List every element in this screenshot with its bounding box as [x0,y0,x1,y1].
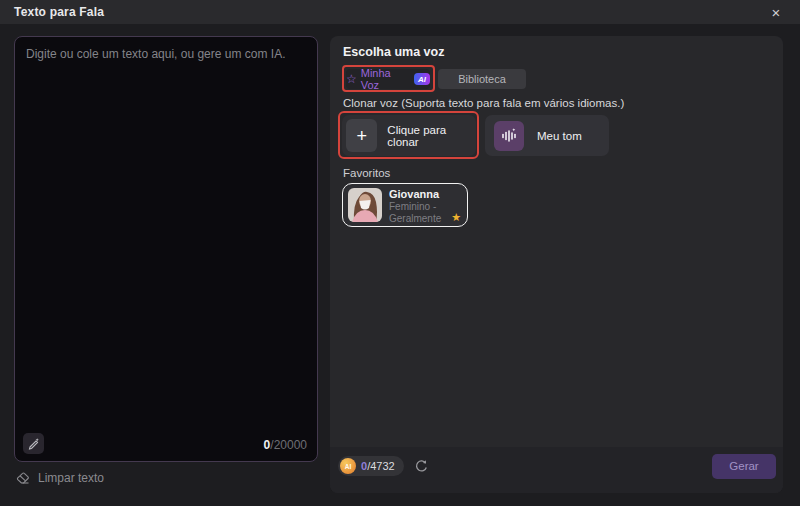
credits-total: /4732 [367,460,395,472]
my-tone-label: Meu tom [537,130,582,142]
choose-voice-heading: Escolha uma voz [343,45,444,59]
clone-voice-hint: Clonar voz (Suporta texto para fala em v… [343,97,624,109]
click-to-clone-label: Clique para clonar [387,124,476,148]
text-to-speech-dialog: Texto para Fala × Digite ou cole um text… [0,0,800,506]
voice-selection-panel: Escolha uma voz ☆ Minha Voz AI Bibliotec… [330,36,783,493]
clear-text-button[interactable]: Limpar texto [16,471,104,485]
generate-button[interactable]: Gerar [712,454,776,479]
plus-icon: + [346,119,377,152]
eraser-icon [16,472,31,485]
voice-avatar [348,188,382,222]
voice-gender: Feminino - [389,201,436,212]
character-count: 0/20000 [264,438,307,452]
ai-pen-icon [27,437,40,450]
credits-text: 0/4732 [361,460,395,472]
waveform-icon [494,121,524,151]
refresh-credits-button[interactable] [413,457,431,475]
voice-description: Feminino - Geralmente [389,201,441,224]
ai-coin-icon: AI [340,458,356,474]
tab-library[interactable]: Biblioteca [438,69,526,89]
tab-my-voice[interactable]: ☆ Minha Voz AI [346,69,430,89]
favorite-voice-card[interactable]: Giovanna Feminino - Geralmente ★ [342,183,468,227]
clone-buttons-row: + Clique para clonar [342,115,609,156]
clear-text-label: Limpar texto [38,471,104,485]
ai-badge: AI [414,73,430,85]
voice-style: Geralmente [389,213,441,224]
text-input-area[interactable]: Digite ou cole um texto aqui, ou gere um… [14,36,318,462]
my-tone-button[interactable]: Meu tom [485,115,609,156]
star-outline-icon: ☆ [346,73,357,85]
text-input-placeholder: Digite ou cole um texto aqui, ou gere um… [26,46,306,62]
voice-tabs: ☆ Minha Voz AI Biblioteca [346,69,526,89]
favorites-heading: Favoritos [343,167,390,179]
favorite-star-icon: ★ [451,212,461,223]
ai-write-button[interactable] [23,433,44,454]
voice-name: Giovanna [389,188,439,200]
tab-my-voice-label: Minha Voz [361,67,410,91]
tab-library-label: Biblioteca [458,73,506,85]
panel-footer: AI 0/4732 Gerar [338,453,776,479]
close-icon[interactable]: × [764,0,788,24]
dialog-title: Texto para Fala [14,5,104,19]
character-count-max: /20000 [270,438,307,452]
credits-counter: AI 0/4732 [338,456,404,476]
titlebar: Texto para Fala × [0,0,800,24]
click-to-clone-button[interactable]: + Clique para clonar [342,115,476,156]
